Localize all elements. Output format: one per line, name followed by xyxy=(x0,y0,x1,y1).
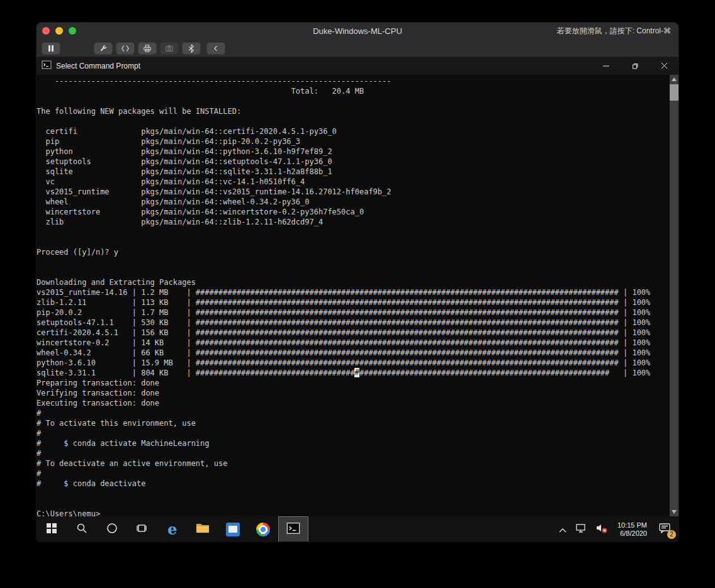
vm-titlebar[interactable]: Duke-Windows-ML-CPU 若要放開滑鼠，請按下: Control-… xyxy=(37,23,678,40)
pinned-app-icon xyxy=(226,523,240,536)
scroll-down-button[interactable] xyxy=(670,508,678,516)
cmd-window-title: Select Command Prompt xyxy=(56,62,140,70)
minimize-button[interactable] xyxy=(592,57,621,75)
cortana-button[interactable] xyxy=(97,516,127,542)
clock-date: 6/8/2020 xyxy=(617,530,647,538)
bluetooth-button[interactable] xyxy=(182,42,201,55)
terminal-cursor: # xyxy=(354,368,359,377)
scrollbar-thumb[interactable] xyxy=(670,84,678,101)
vm-window: Duke-Windows-ML-CPU 若要放開滑鼠，請按下: Control-… xyxy=(36,22,679,542)
taskbar-clock[interactable]: 10:15 PM 6/8/2020 xyxy=(614,521,651,538)
close-button[interactable] xyxy=(650,57,678,75)
camera-icon xyxy=(165,44,174,53)
clock-time: 10:15 PM xyxy=(617,521,647,530)
volume-button[interactable] xyxy=(592,516,611,542)
code-brackets-icon xyxy=(121,44,130,53)
chevron-left-icon xyxy=(212,45,220,52)
minimize-icon xyxy=(603,60,609,72)
notification-badge: 2 xyxy=(667,530,676,539)
cmd-window-icon xyxy=(42,60,52,72)
bluetooth-icon xyxy=(187,44,196,53)
cmd-titlebar[interactable]: Select Command Prompt xyxy=(37,57,678,75)
network-button[interactable] xyxy=(572,516,590,542)
chrome-button[interactable] xyxy=(248,516,278,542)
volume-muted-icon xyxy=(595,523,608,536)
printer-icon xyxy=(143,44,152,53)
pinned-app-button[interactable] xyxy=(218,516,248,542)
tray-expand-button[interactable] xyxy=(556,516,570,542)
file-explorer-button[interactable] xyxy=(188,516,218,542)
vm-toolbar xyxy=(37,40,678,57)
cmd-icon xyxy=(286,521,300,538)
chrome-icon xyxy=(256,523,270,536)
close-icon xyxy=(661,60,668,72)
task-view-icon xyxy=(137,523,148,536)
edge-icon: e xyxy=(167,522,177,537)
edge-button[interactable]: e xyxy=(157,516,188,542)
action-center-button[interactable]: 2 xyxy=(653,516,676,542)
start-button[interactable] xyxy=(37,516,67,542)
system-tray: 10:15 PM 6/8/2020 2 xyxy=(556,516,676,542)
wrench-icon xyxy=(99,44,108,53)
taskbar: e xyxy=(37,516,678,542)
search-button[interactable] xyxy=(67,516,97,542)
search-icon xyxy=(76,523,87,536)
cortana-icon xyxy=(106,523,118,536)
mouse-release-hint: 若要放開滑鼠，請按下: Control-⌘ xyxy=(557,26,671,36)
restore-button[interactable] xyxy=(621,57,650,75)
window-controls xyxy=(592,57,678,75)
camera-button[interactable] xyxy=(160,42,179,55)
task-view-button[interactable] xyxy=(127,516,157,542)
network-icon xyxy=(575,523,587,536)
scrollbar[interactable] xyxy=(670,75,678,516)
printer-button[interactable] xyxy=(138,42,157,55)
pause-icon xyxy=(47,45,55,52)
toolbar-collapse-button[interactable] xyxy=(206,42,225,55)
pause-vm-button[interactable] xyxy=(42,42,60,55)
scroll-up-button[interactable] xyxy=(670,75,678,84)
chevron-up-icon xyxy=(559,524,566,535)
settings-wrench-button[interactable] xyxy=(94,42,113,55)
folder-icon xyxy=(196,523,210,536)
code-view-button[interactable] xyxy=(116,42,135,55)
terminal-output[interactable]: ----------------------------------------… xyxy=(37,76,671,516)
restore-icon xyxy=(632,60,639,72)
windows-logo-icon xyxy=(46,523,57,536)
cmd-taskbar-button[interactable] xyxy=(278,516,308,542)
taskbar-apps: e xyxy=(37,516,308,542)
vm-tool-group xyxy=(94,42,204,55)
terminal-area[interactable]: ----------------------------------------… xyxy=(37,75,678,516)
